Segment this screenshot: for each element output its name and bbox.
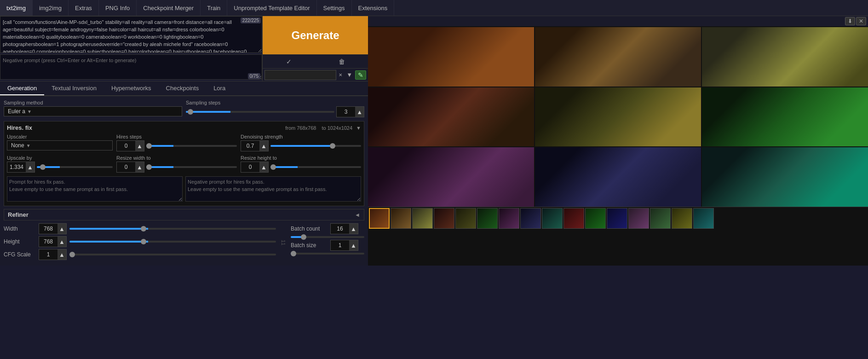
tab-generation[interactable]: Generation	[0, 81, 44, 95]
image-cell-6[interactable]	[702, 87, 868, 147]
trash-button[interactable]: 🗑	[316, 55, 368, 68]
chain-icon: 11	[279, 223, 288, 262]
width-up[interactable]: ▲	[57, 224, 66, 234]
image-cell-8[interactable]	[535, 147, 701, 207]
denoising-row: 0.7 ▲	[241, 140, 361, 151]
tab-lora[interactable]: Lora	[206, 81, 233, 95]
sampling-steps-label: Sampling steps	[186, 100, 364, 105]
denoising-slider[interactable]	[270, 145, 361, 147]
image-cell-4[interactable]	[368, 87, 534, 147]
thumb-5[interactable]	[455, 208, 476, 229]
hires-steps-slider[interactable]	[146, 145, 237, 147]
tab-checkpoints[interactable]: Checkpoints	[159, 81, 207, 95]
thumb-1[interactable]	[369, 208, 390, 229]
nav-checkpoint-merger[interactable]: Checkpoint Merger	[137, 0, 201, 16]
upscale-by-slider[interactable]	[37, 166, 113, 168]
image-cell-2[interactable]	[535, 27, 701, 87]
nav-img2img[interactable]: img2img	[33, 0, 69, 16]
tab-hypernetworks[interactable]: Hypernetworks	[104, 81, 159, 95]
resize-width-slider[interactable]	[146, 166, 237, 168]
batch-size-up[interactable]: ▲	[349, 240, 358, 250]
image-cell-9[interactable]	[702, 147, 868, 207]
hires-positive-prompt[interactable]	[7, 176, 183, 202]
resize-height-label: Resize height to	[241, 155, 361, 161]
main-container: 222/225 [call "common/functions\Aine-MP-…	[0, 16, 868, 266]
nav-unprompted[interactable]: Unprompted Template Editor	[227, 0, 316, 16]
thumb-10[interactable]	[563, 208, 584, 229]
upscale-by-up[interactable]: ▲	[26, 162, 34, 172]
tabs-row: Generation Textual Inversion Hypernetwor…	[0, 81, 368, 96]
thumb-12[interactable]	[607, 208, 627, 229]
sampling-steps-slider[interactable]	[186, 111, 334, 113]
hires-steps-up[interactable]: ▲	[135, 141, 144, 151]
cfg-slider[interactable]	[69, 254, 276, 255]
hires-steps-num: 0 ▲	[116, 140, 144, 151]
resize-height-input[interactable]: 0	[241, 162, 259, 172]
cfg-input[interactable]: 1	[39, 249, 57, 260]
image-cell-1[interactable]	[368, 27, 534, 87]
image-cell-3[interactable]	[702, 27, 868, 87]
batch-count-up[interactable]: ▲	[349, 224, 358, 234]
img-close-button[interactable]: ✕	[856, 17, 866, 25]
width-input[interactable]: 768	[39, 224, 57, 234]
denoising-up[interactable]: ▲	[259, 141, 268, 151]
width-slider[interactable]	[69, 228, 276, 230]
search-input[interactable]	[264, 70, 336, 80]
hires-steps-input[interactable]: 0	[117, 141, 135, 151]
hires-negative-prompt[interactable]	[185, 176, 361, 202]
thumb-4[interactable]	[434, 208, 454, 229]
resize-width-up[interactable]: ▲	[135, 162, 144, 172]
upscale-by-input[interactable]: 1.334	[7, 162, 26, 172]
sampling-method-dropdown[interactable]: Euler a ▼	[4, 106, 182, 116]
thumb-9[interactable]	[542, 208, 563, 229]
height-slider[interactable]	[69, 241, 276, 243]
pencil-button[interactable]: ✎	[355, 70, 366, 80]
thumb-16[interactable]	[693, 208, 714, 229]
batch-count-slider[interactable]	[291, 236, 364, 238]
checkmark-button[interactable]: ✓	[263, 55, 316, 68]
resize-height-slider[interactable]	[270, 166, 361, 168]
thumb-3[interactable]	[412, 208, 433, 229]
height-up[interactable]: ▲	[57, 237, 66, 247]
thumb-7[interactable]	[499, 208, 519, 229]
negative-prompt-input[interactable]	[0, 54, 262, 80]
nav-train[interactable]: Train	[201, 0, 227, 16]
nav-settings[interactable]: Settings	[317, 0, 352, 16]
x-button[interactable]: ×	[338, 71, 344, 78]
nav-png-info[interactable]: PNG Info	[99, 0, 137, 16]
thumb-2[interactable]	[391, 208, 411, 229]
image-cell-5[interactable]	[535, 87, 701, 147]
nav-txt2img[interactable]: txt2img	[0, 0, 33, 16]
thumb-15[interactable]	[672, 208, 692, 229]
img-download-button[interactable]: ⬇	[845, 17, 855, 25]
hires-collapse-icon[interactable]: ▼	[356, 125, 361, 131]
nav-extensions[interactable]: Extensions	[352, 0, 395, 16]
denoising-input[interactable]: 0.7	[241, 141, 259, 151]
tab-textual-inversion[interactable]: Textual Inversion	[44, 81, 104, 95]
sampling-steps-up[interactable]: ▲	[355, 107, 364, 117]
nav-extras[interactable]: Extras	[69, 0, 99, 16]
upscaler-dropdown[interactable]: None ▼	[7, 140, 113, 151]
down-button[interactable]: ▼	[345, 71, 354, 78]
wh-col: Width 768 ▲ Height 768 ▲	[4, 223, 276, 262]
image-cell-7[interactable]	[368, 147, 534, 207]
resize-height-up[interactable]: ▲	[259, 162, 268, 172]
thumb-14[interactable]	[650, 208, 671, 229]
upscaler-col: Upscaler None ▼	[7, 134, 113, 153]
batch-size-slider[interactable]	[291, 253, 364, 255]
settings-panel: Sampling method Euler a ▼ Sampling steps…	[0, 96, 368, 266]
refiner-header[interactable]: Refiner ◄	[4, 209, 364, 220]
batch-size-input[interactable]: 1	[331, 240, 349, 250]
thumb-8[interactable]	[520, 208, 541, 229]
thumb-6[interactable]	[477, 208, 498, 229]
height-input[interactable]: 768	[39, 237, 57, 247]
thumb-13[interactable]	[628, 208, 649, 229]
resize-width-input[interactable]: 0	[117, 162, 135, 172]
positive-prompt-input[interactable]: [call "common/functions\Aine-MP-sdxl_tur…	[0, 16, 262, 53]
thumb-11[interactable]	[585, 208, 606, 229]
generate-button[interactable]: Generate	[263, 16, 368, 54]
sampling-steps-input[interactable]: 3	[337, 107, 355, 117]
cfg-up[interactable]: ▲	[57, 249, 66, 260]
batch-count-input[interactable]: 16	[331, 224, 349, 234]
hires-positive-prompt-box	[7, 176, 183, 203]
